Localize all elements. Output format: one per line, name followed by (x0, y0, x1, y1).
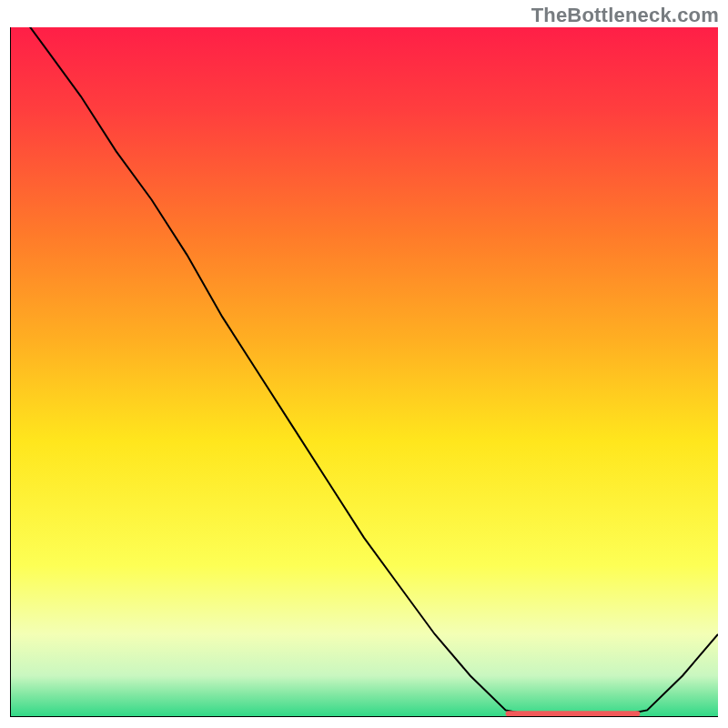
gradient-background (10, 27, 718, 717)
plot-wrap (10, 27, 718, 717)
figure: TheBottleneck.com (0, 0, 728, 728)
optimal-zone-marker (506, 711, 641, 716)
chart-canvas (10, 27, 718, 717)
watermark-text: TheBottleneck.com (531, 4, 719, 27)
